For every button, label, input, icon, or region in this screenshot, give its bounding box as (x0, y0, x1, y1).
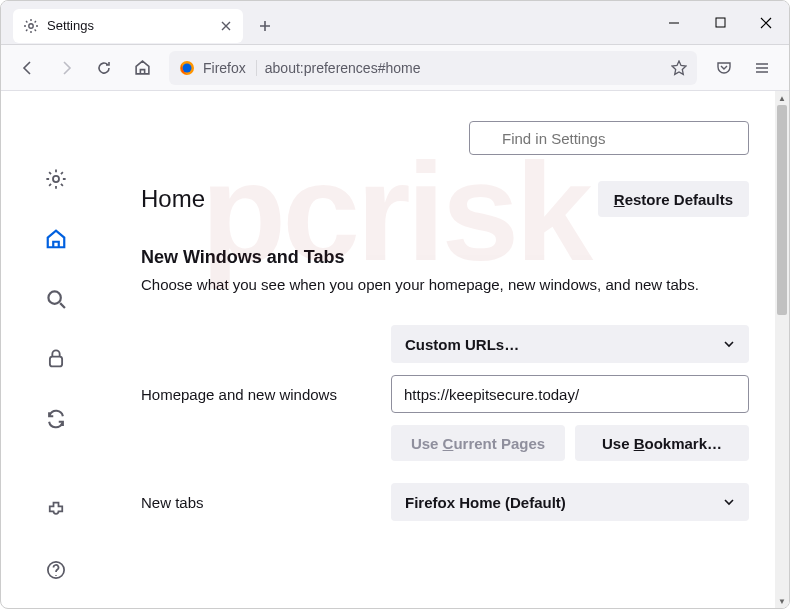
menu-button[interactable] (745, 51, 779, 85)
search-wrap (469, 121, 749, 155)
new-tabs-dropdown[interactable]: Firefox Home (Default) (391, 483, 749, 521)
homepage-label: Homepage and new windows (141, 386, 371, 403)
close-window-button[interactable] (743, 1, 789, 45)
svg-rect-6 (50, 357, 62, 367)
url-bar[interactable]: Firefox about:preferences#home (169, 51, 697, 85)
homepage-mode-dropdown[interactable]: Custom URLs… (391, 325, 749, 363)
section-title: New Windows and Tabs (141, 247, 749, 268)
scroll-thumb[interactable] (777, 105, 787, 315)
svg-point-3 (183, 63, 192, 72)
dropdown-label: Custom URLs… (405, 336, 519, 353)
url-identity: Firefox (203, 60, 257, 76)
gear-icon (23, 18, 39, 34)
scroll-up-arrow[interactable]: ▲ (777, 91, 787, 105)
home-button[interactable] (125, 51, 159, 85)
svg-rect-1 (716, 18, 725, 27)
window-controls (651, 1, 789, 45)
search-input[interactable] (469, 121, 749, 155)
use-bookmark-button[interactable]: Use Bookmark… (575, 425, 749, 461)
sidebar-home[interactable] (38, 221, 74, 257)
reload-button[interactable] (87, 51, 121, 85)
new-tabs-label: New tabs (141, 494, 371, 511)
preferences-sidebar (1, 91, 111, 608)
content-area: Home Restore Defaults New Windows and Ta… (1, 91, 789, 608)
titlebar: Settings (1, 1, 789, 45)
svg-point-4 (53, 176, 59, 182)
sidebar-sync[interactable] (38, 401, 74, 437)
plus-icon (258, 19, 272, 33)
scroll-down-arrow[interactable]: ▼ (777, 594, 787, 608)
pocket-button[interactable] (707, 51, 741, 85)
svg-point-5 (48, 291, 60, 303)
minimize-button[interactable] (651, 1, 697, 45)
close-icon[interactable] (219, 19, 233, 33)
scrollbar[interactable]: ▲ ▼ (775, 91, 789, 608)
page-title: Home (141, 185, 205, 213)
toolbar: Firefox about:preferences#home (1, 45, 789, 91)
maximize-button[interactable] (697, 1, 743, 45)
sidebar-general[interactable] (38, 161, 74, 197)
forward-button[interactable] (49, 51, 83, 85)
main-panel: Home Restore Defaults New Windows and Ta… (111, 91, 789, 608)
sidebar-search[interactable] (38, 281, 74, 317)
firefox-icon (179, 60, 195, 76)
back-button[interactable] (11, 51, 45, 85)
sidebar-privacy[interactable] (38, 341, 74, 377)
dropdown-label: Firefox Home (Default) (405, 494, 566, 511)
bookmark-star-icon[interactable] (671, 60, 687, 76)
svg-point-0 (29, 23, 33, 27)
chevron-down-icon (723, 496, 735, 508)
restore-defaults-button[interactable]: Restore Defaults (598, 181, 749, 217)
url-text: about:preferences#home (265, 60, 663, 76)
use-current-pages-button[interactable]: Use Current Pages (391, 425, 565, 461)
sidebar-help[interactable] (38, 552, 74, 588)
section-desc: Choose what you see when you open your h… (141, 274, 749, 295)
new-tab-button[interactable] (251, 12, 279, 40)
homepage-url-input[interactable] (391, 375, 749, 413)
browser-tab[interactable]: Settings (13, 9, 243, 43)
chevron-down-icon (723, 338, 735, 350)
sidebar-extensions[interactable] (38, 492, 74, 528)
tab-title: Settings (47, 18, 211, 33)
